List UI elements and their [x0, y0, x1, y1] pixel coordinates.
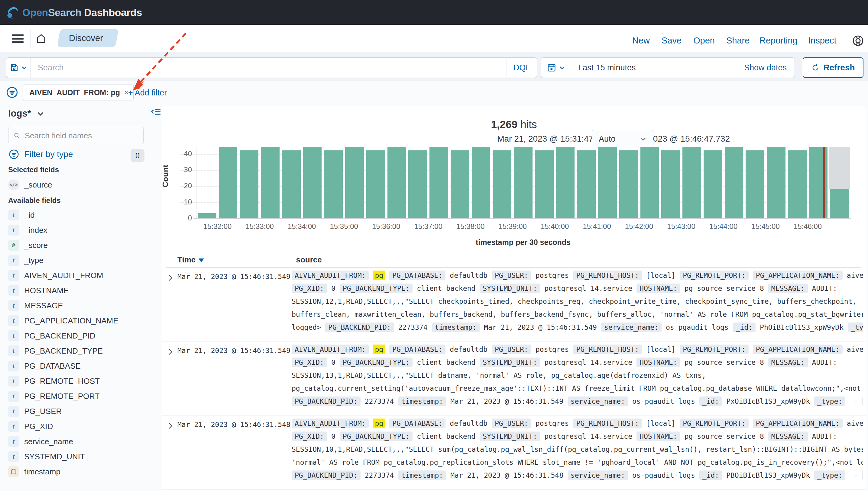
histogram-bar[interactable] [598, 147, 617, 218]
time-range-value[interactable]: Last 15 minutes [578, 63, 636, 73]
y-tick: 20 [171, 181, 192, 190]
collapse-sidebar-icon[interactable] [150, 106, 162, 118]
histogram-bar[interactable] [240, 150, 259, 218]
histogram-bar[interactable] [493, 150, 511, 218]
histogram-bar[interactable] [198, 213, 216, 218]
field-item-PG_REMOTE_HOST[interactable]: tPG_REMOTE_HOST [8, 374, 100, 388]
expand-row-icon[interactable] [167, 273, 174, 282]
field-item-_score[interactable]: #_score [8, 238, 48, 252]
histogram-bar[interactable] [682, 147, 701, 218]
field-item-timestamp[interactable]: timestamp [8, 465, 60, 478]
field-item-PG_BACKEND_PID[interactable]: tPG_BACKEND_PID [8, 329, 96, 342]
field-item-PG_USER[interactable]: tPG_USER [8, 405, 62, 418]
field-value: os-pgaudit-logs [666, 323, 729, 331]
histogram-bar[interactable] [282, 150, 301, 218]
x-tick: 15:45:00 [744, 222, 787, 231]
histogram-bar[interactable] [451, 150, 469, 218]
histogram-bar[interactable] [535, 150, 554, 218]
field-key: AIVEN_AUDIT_FROM: [292, 270, 369, 280]
field-item-AIVEN_AUDIT_FROM[interactable]: tAIVEN_AUDIT_FROM [8, 269, 103, 282]
save-button[interactable]: Save [661, 36, 681, 46]
field-item-PG_XID[interactable]: tPG_XID [8, 420, 53, 433]
field-key: service_name: [568, 397, 628, 406]
add-filter-button[interactable]: + Add filter [128, 88, 167, 97]
histogram-bar[interactable] [472, 147, 490, 218]
menu-icon[interactable] [12, 34, 24, 43]
histogram-bar[interactable] [219, 147, 238, 218]
field-key: PG_BACKEND_TYPE: [340, 357, 413, 367]
field-item-PG_BACKEND_TYPE[interactable]: tPG_BACKEND_TYPE [8, 344, 103, 357]
date-popover-button[interactable] [541, 58, 570, 78]
reporting-button[interactable]: Reporting [759, 36, 797, 46]
home-icon[interactable] [35, 33, 47, 45]
inspect-button[interactable]: Inspect [808, 36, 837, 46]
histogram-bar[interactable] [641, 147, 659, 218]
histogram-bar[interactable] [430, 147, 448, 218]
field-item-PG_DATABASE[interactable]: tPG_DATABASE [8, 359, 81, 373]
histogram-bar[interactable] [577, 150, 596, 218]
help-icon[interactable] [852, 34, 864, 47]
filter-menu-icon[interactable] [5, 86, 19, 99]
new-button[interactable]: New [632, 36, 650, 46]
field-item-_id[interactable]: t_id [8, 208, 35, 222]
field-search-input[interactable] [25, 131, 138, 140]
field-value: 2273374 [365, 397, 394, 405]
filter-pill-aiven-audit-from[interactable]: AIVEN_AUDIT_FROM: pg × [23, 85, 134, 100]
histogram-bar[interactable] [661, 150, 680, 218]
field-item-PG_APPLICATION_NAME[interactable]: tPG_APPLICATION_NAME [8, 314, 118, 327]
histogram-bar[interactable] [408, 150, 427, 218]
field-item-_index[interactable]: t_index [8, 224, 48, 237]
field-label: _score [24, 241, 48, 250]
index-pattern-select[interactable]: logs* [8, 108, 45, 119]
field-label: MESSAGE [24, 301, 63, 311]
histogram-bar[interactable] [324, 150, 343, 218]
field-key: PG_REMOTE_HOST: [573, 270, 642, 280]
x-tick: 15:36:00 [365, 222, 407, 231]
remove-filter-icon[interactable]: × [124, 88, 129, 97]
histogram-bar[interactable] [261, 147, 279, 218]
field-item-_source[interactable]: </>_source [8, 178, 52, 192]
histogram-bar[interactable] [303, 147, 322, 218]
field-label: PG_APPLICATION_NAME [24, 316, 118, 325]
saved-query-menu-button[interactable] [6, 58, 30, 78]
breadcrumb[interactable]: Discover [59, 29, 117, 47]
field-key: _id: [699, 397, 722, 406]
text-field-icon: t [8, 300, 19, 311]
histogram-bar[interactable] [345, 147, 364, 218]
histogram-bar[interactable] [366, 150, 385, 218]
field-value: SESSION,13,1,READ,SELECT,,,"SELECT datna… [292, 371, 706, 379]
histogram-bar[interactable] [767, 147, 786, 218]
field-item-SYSTEMD_UNIT[interactable]: tSYSTEMD_UNIT [8, 450, 85, 463]
field-item-service_name[interactable]: tservice_name [8, 435, 73, 448]
histogram-bar[interactable] [387, 147, 406, 218]
histogram-bar[interactable] [704, 150, 722, 218]
search-input[interactable] [30, 58, 507, 78]
histogram-bar[interactable] [830, 189, 849, 218]
share-button[interactable]: Share [726, 36, 750, 46]
expand-row-icon[interactable] [167, 348, 174, 356]
field-item-MESSAGE[interactable]: tMESSAGE [8, 299, 63, 312]
histogram-bar[interactable] [619, 150, 638, 218]
histogram-bar[interactable] [745, 150, 764, 218]
histogram-bar[interactable] [556, 147, 575, 218]
histogram-bar[interactable] [725, 147, 743, 218]
selected-fields-heading: Selected fields [8, 166, 59, 174]
y-tick: 40 [171, 149, 192, 158]
field-key: HOSTNAME: [636, 284, 680, 293]
show-dates-button[interactable]: Show dates [744, 63, 787, 73]
field-label: _source [24, 180, 52, 190]
interval-select[interactable]: Auto [592, 130, 653, 148]
filter-by-type-button[interactable]: Filter by type [8, 149, 73, 160]
text-field-icon: t [8, 209, 19, 221]
query-language-toggle[interactable]: DQL [507, 58, 537, 78]
histogram-bar[interactable] [788, 150, 807, 218]
hits-count: 1,269 hits [162, 118, 866, 131]
field-item-HOSTNAME[interactable]: tHOSTNAME [8, 284, 69, 297]
refresh-button[interactable]: Refresh [803, 57, 864, 78]
expand-row-icon[interactable] [167, 422, 174, 430]
open-button[interactable]: Open [693, 36, 715, 46]
time-column-header[interactable]: Time [178, 255, 204, 264]
field-item-_type[interactable]: t_type [8, 254, 44, 267]
field-item-PG_REMOTE_PORT[interactable]: tPG_REMOTE_PORT [8, 389, 100, 403]
histogram-bar[interactable] [514, 147, 533, 218]
